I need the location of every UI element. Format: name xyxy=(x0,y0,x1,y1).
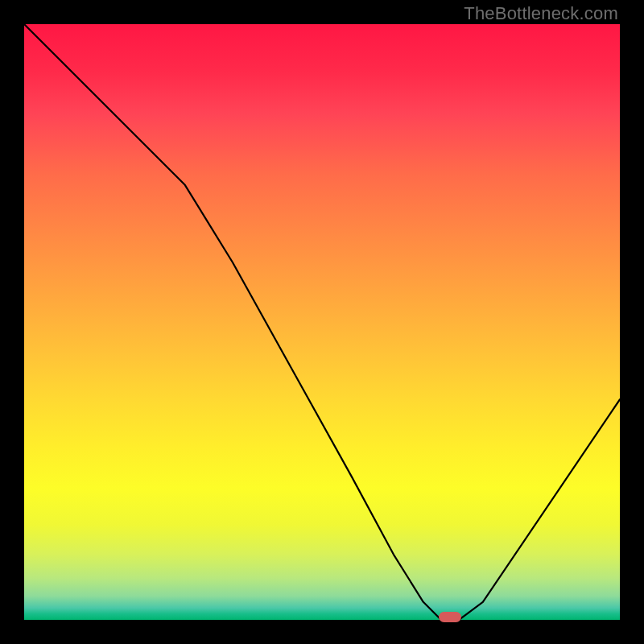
optimal-point-marker xyxy=(439,612,461,622)
watermark-text: TheBottleneck.com xyxy=(464,3,618,24)
bottleneck-curve-path xyxy=(24,24,620,620)
bottleneck-chart: TheBottleneck.com xyxy=(0,0,644,644)
plot-area xyxy=(24,24,620,620)
curve-svg xyxy=(24,24,620,620)
